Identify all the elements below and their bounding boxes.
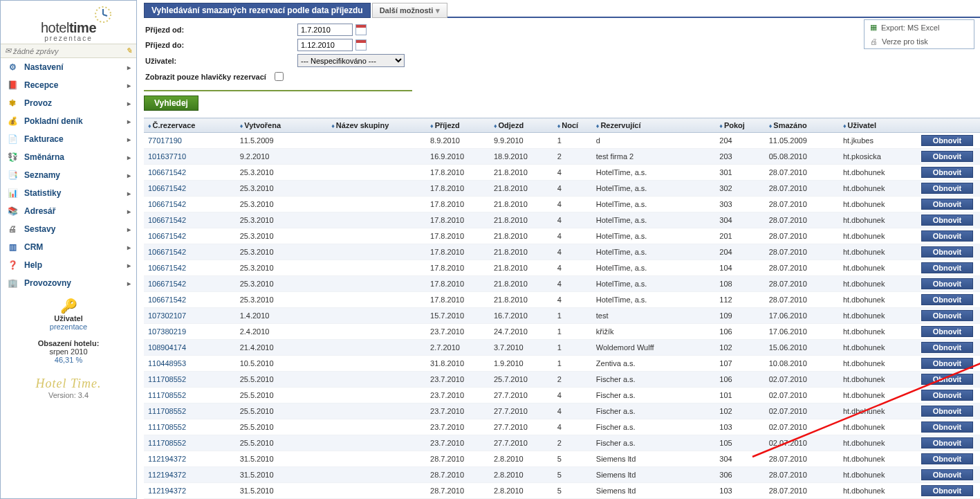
table-cell xyxy=(327,403,426,419)
table-row: 11044895310.5.201031.8.20101.9.20101Zent… xyxy=(144,356,980,372)
restore-button[interactable]: Obnovit xyxy=(921,151,973,162)
restore-button[interactable]: Obnovit xyxy=(921,183,973,194)
table-cell: ht.dbohunek xyxy=(839,435,913,451)
table-cell-action: Obnovit xyxy=(913,228,980,244)
calendar-icon[interactable] xyxy=(355,24,367,35)
tab-more-options[interactable]: Další možnosti ▾ xyxy=(372,3,448,18)
sidebar-item-pokladn-den-k[interactable]: 💰Pokladní deník▸ xyxy=(1,112,136,130)
sidebar-item-label: Provozovny xyxy=(24,278,71,288)
table-cell: 28.07.2010 xyxy=(765,197,839,212)
table-cell: 4 xyxy=(553,181,592,197)
table-row: 10667154225.3.201017.8.201021.8.20104Hot… xyxy=(144,165,980,181)
sidebar-item-provoz[interactable]: ✾Provoz▸ xyxy=(1,94,136,112)
restore-button[interactable]: Obnovit xyxy=(921,406,973,417)
user-value[interactable]: prezentace xyxy=(50,323,87,331)
compose-icon[interactable]: ✎ xyxy=(126,46,132,55)
column-header[interactable]: ♦Název skupiny xyxy=(327,118,426,133)
chevron-right-icon: ▸ xyxy=(127,136,131,143)
table-cell: 23.7.2010 xyxy=(426,419,490,435)
restore-button[interactable]: Obnovit xyxy=(921,326,973,337)
table-cell: 4 xyxy=(553,292,592,308)
restore-button[interactable]: Obnovit xyxy=(921,437,973,448)
restore-button[interactable]: Obnovit xyxy=(921,390,973,401)
table-cell xyxy=(327,165,426,181)
restore-button[interactable]: Obnovit xyxy=(921,246,973,257)
table-cell: 112 xyxy=(715,292,764,308)
sidebar-item-fakturace[interactable]: 📄Fakturace▸ xyxy=(1,130,136,148)
sidebar-item-recepce[interactable]: 📕Recepce▸ xyxy=(1,76,136,94)
table-cell: ht.dbohunek xyxy=(839,260,913,276)
column-header[interactable]: ♦Nocí xyxy=(553,118,592,133)
calendar-icon[interactable] xyxy=(355,39,367,51)
sidebar-item-sm-n-rna[interactable]: 💱Směnárna▸ xyxy=(1,148,136,166)
sidebar-item-sestavy[interactable]: 🖨Sestavy▸ xyxy=(1,220,136,238)
column-header[interactable]: ♦Odjezd xyxy=(490,118,553,133)
table-cell: Fischer a.s. xyxy=(592,419,716,435)
sidebar-item-statistiky[interactable]: 📊Statistiky▸ xyxy=(1,184,136,202)
column-header[interactable]: ♦Pokoj xyxy=(715,118,764,133)
export-print[interactable]: 🖨 Verze pro tisk xyxy=(865,35,974,48)
column-header[interactable]: ♦Příjezd xyxy=(426,118,490,133)
messages-bar[interactable]: ✉ žádné zprávy ✎ xyxy=(1,44,136,58)
table-cell: Fischer a.s. xyxy=(592,403,716,419)
column-header[interactable]: ♦Č.rezervace xyxy=(144,118,236,133)
sidebar-item-adres-[interactable]: 📚Adresář▸ xyxy=(1,202,136,220)
sidebar-item-nastaven-[interactable]: ⚙Nastavení▸ xyxy=(1,58,136,76)
table-cell-action: Obnovit xyxy=(913,308,980,324)
sidebar-item-label: Help xyxy=(24,260,42,270)
restore-button[interactable]: Obnovit xyxy=(921,342,973,353)
restore-button[interactable]: Obnovit xyxy=(921,421,973,433)
column-header[interactable]: ♦Rezervující xyxy=(592,118,716,133)
restore-button[interactable]: Obnovit xyxy=(921,215,973,226)
table-cell xyxy=(327,292,426,308)
restore-button[interactable]: Obnovit xyxy=(921,294,973,305)
table-cell: 17.8.2010 xyxy=(426,212,490,228)
restore-button[interactable]: Obnovit xyxy=(921,167,973,178)
nav-icon: 🖨 xyxy=(6,224,19,235)
brand-name-b: time xyxy=(69,20,96,35)
table-cell: 17.8.2010 xyxy=(426,244,490,260)
arrival-to-input[interactable] xyxy=(297,39,353,51)
column-header[interactable]: ♦Uživatel xyxy=(839,118,913,133)
table-cell: d xyxy=(592,133,716,149)
restore-button[interactable]: Obnovit xyxy=(921,358,973,369)
sidebar-item-seznamy[interactable]: 📑Seznamy▸ xyxy=(1,166,136,184)
chevron-right-icon: ▸ xyxy=(127,280,131,287)
filter-user-select[interactable]: --- Nespecifikováno --- xyxy=(297,54,405,67)
restore-button[interactable]: Obnovit xyxy=(921,230,973,242)
restore-button[interactable]: Obnovit xyxy=(921,135,973,146)
column-header[interactable]: ♦Vytvořena xyxy=(236,118,328,133)
column-header[interactable]: ♦Smazáno xyxy=(765,118,839,133)
version-box: Hotel Time. Version: 3.4 xyxy=(1,367,136,401)
restore-button[interactable]: Obnovit xyxy=(921,310,973,321)
table-cell: ht.dbohunek xyxy=(839,403,913,419)
restore-button[interactable]: Obnovit xyxy=(921,374,973,385)
nav-icon: ▥ xyxy=(6,242,19,253)
table-cell: 28.07.2010 xyxy=(765,467,839,483)
table-cell: 21.8.2010 xyxy=(490,276,553,292)
restore-button[interactable]: Obnovit xyxy=(921,453,973,464)
restore-button[interactable]: Obnovit xyxy=(921,485,973,496)
table-row: 1016377109.2.201016.9.201018.9.20102test… xyxy=(144,149,980,165)
headers-only-checkbox[interactable] xyxy=(275,72,284,81)
export-excel[interactable]: ▦ Export: MS Excel xyxy=(865,20,974,35)
restore-button[interactable]: Obnovit xyxy=(921,199,973,210)
restore-button[interactable]: Obnovit xyxy=(921,469,973,480)
table-cell: 11.05.2009 xyxy=(765,133,839,149)
table-row: 1073802192.4.201023.7.201024.7.20101křiž… xyxy=(144,324,980,340)
table-cell: 106671542 xyxy=(144,197,236,212)
sidebar-item-crm[interactable]: ▥CRM▸ xyxy=(1,238,136,256)
column-header xyxy=(913,118,980,133)
search-button[interactable]: Vyhledej xyxy=(144,96,198,111)
table-cell: 23.7.2010 xyxy=(426,435,490,451)
restore-button[interactable]: Obnovit xyxy=(921,278,973,289)
table-cell: 108904174 xyxy=(144,340,236,356)
restore-button[interactable]: Obnovit xyxy=(921,262,973,273)
sidebar-item-provozovny[interactable]: 🏢Provozovny▸ xyxy=(1,274,136,292)
table-cell-action: Obnovit xyxy=(913,403,980,419)
sidebar-item-help[interactable]: ❓Help▸ xyxy=(1,256,136,274)
table-cell: 02.07.2010 xyxy=(765,435,839,451)
arrival-from-input[interactable] xyxy=(297,24,353,36)
filter-to-label: Příjezd do: xyxy=(145,41,297,49)
occupancy-pct[interactable]: 46,31 % xyxy=(3,356,133,364)
